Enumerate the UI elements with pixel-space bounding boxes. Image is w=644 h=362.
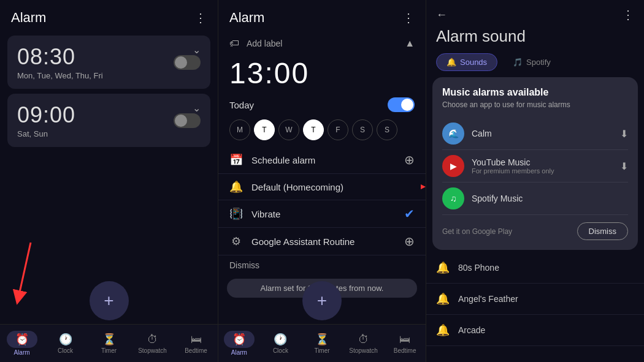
popup-dismiss-btn[interactable]: Dismiss xyxy=(577,222,629,240)
alarm-detail: 🏷 Add label ▲ 13:00 Today M T W T F S S … xyxy=(218,31,426,304)
calm-download[interactable]: ⬇ xyxy=(620,128,628,140)
day-F[interactable]: F xyxy=(328,119,348,140)
sound-name-2: Angel's Feather xyxy=(458,294,518,304)
nav-timer-mid[interactable]: ⏳ Timer xyxy=(301,333,343,354)
mid-fab-icon: + xyxy=(317,291,327,311)
alarm-list: ⌄ 08:30 Mon, Tue, Wed, Thu, Fri ⌄ 09:00 … xyxy=(0,31,218,157)
red-arrow-mid xyxy=(421,179,426,194)
vibrate-label: Vibrate xyxy=(251,209,404,219)
schedule-add[interactable]: ⊕ xyxy=(404,153,415,167)
tab-spotify[interactable]: 🎵 Spotify xyxy=(502,53,561,71)
red-arrow-left xyxy=(6,236,43,310)
day-T1[interactable]: T xyxy=(254,119,275,140)
stopwatch-nav-label-mid: Stopwatch xyxy=(349,347,378,354)
app-row-spotify[interactable]: ♫ Spotify Music xyxy=(442,183,628,215)
calm-name: Calm xyxy=(472,129,620,138)
vibrate-row[interactable]: 📳 Vibrate ✔ xyxy=(218,200,426,228)
right-menu-icon[interactable]: ⋮ xyxy=(622,7,634,22)
day-S2[interactable]: S xyxy=(377,119,397,140)
sound-row-80s[interactable]: 🔔 80s Phone xyxy=(426,252,644,284)
timer-nav-label-mid: Timer xyxy=(314,347,329,354)
default-sound-text: Default (Homecoming) xyxy=(251,182,415,192)
sound-row-angel[interactable]: 🔔 Angel's Feather xyxy=(426,284,644,315)
assistant-icon: ⚙ xyxy=(229,235,243,248)
right-header: ← ⋮ xyxy=(426,0,644,25)
alarm-card-1[interactable]: ⌄ 08:30 Mon, Tue, Wed, Thu, Fri xyxy=(7,36,210,89)
sound-name-3: Arcade xyxy=(458,325,485,335)
nav-clock-mid[interactable]: 🕐 Clock xyxy=(260,333,302,354)
nav-alarm-left[interactable]: ⏰ Alarm xyxy=(0,331,44,356)
middle-panel: Alarm ⋮ 🏷 Add label ▲ 13:00 Today M T W … xyxy=(218,0,426,362)
tab-row: 🔔 Sounds 🎵 Spotify xyxy=(426,53,644,77)
day-T2[interactable]: T xyxy=(303,119,324,140)
alarm-days-1: Mon, Tue, Wed, Thu, Fri xyxy=(17,71,201,80)
sound-bell-3: 🔔 xyxy=(436,323,450,337)
add-label-row[interactable]: 🏷 Add label ▲ xyxy=(218,33,426,54)
bedtime-nav-label-mid: Bedtime xyxy=(394,347,416,354)
clock-nav-icon-left: 🕐 xyxy=(59,333,72,346)
mid-menu-icon[interactable]: ⋮ xyxy=(402,10,415,25)
alarm-days-2: Sat, Sun xyxy=(17,129,201,138)
today-row: Today xyxy=(218,95,426,117)
music-popup: Music alarms available Choose an app to … xyxy=(432,77,638,250)
bell-icon: 🔔 xyxy=(229,180,243,194)
day-S1[interactable]: S xyxy=(352,119,373,140)
nav-bedtime-left[interactable]: 🛏 Bedtime xyxy=(174,333,218,354)
sound-bell-1: 🔔 xyxy=(436,261,450,274)
back-icon[interactable]: ← xyxy=(436,9,447,21)
nav-clock-left[interactable]: 🕐 Clock xyxy=(44,333,87,354)
nav-alarm-mid[interactable]: ⏰ Alarm xyxy=(218,331,260,356)
right-panel: ← ⋮ Alarm sound 🔔 Sounds 🎵 Spotify Music… xyxy=(426,0,644,362)
schedule-row[interactable]: 📅 Schedule alarm ⊕ xyxy=(218,146,426,174)
sound-list: 🔔 80s Phone 🔔 Angel's Feather 🔔 Arcade xyxy=(426,250,644,349)
chevron-2[interactable]: ⌄ xyxy=(193,102,201,114)
spotify-icon: ♫ xyxy=(442,187,464,209)
mid-title: Alarm xyxy=(229,10,264,26)
nav-stopwatch-left[interactable]: ⏱ Stopwatch xyxy=(131,333,174,354)
day-M[interactable]: M xyxy=(229,119,250,140)
nav-bedtime-mid[interactable]: 🛏 Bedtime xyxy=(384,333,426,354)
today-label: Today xyxy=(229,100,388,110)
left-header: Alarm ⋮ xyxy=(0,0,218,31)
left-panel: Alarm ⋮ ⌄ 08:30 Mon, Tue, Wed, Thu, Fri … xyxy=(0,0,218,362)
alarm-time-2: 09:00 xyxy=(17,102,201,128)
tab-sounds[interactable]: 🔔 Sounds xyxy=(436,53,497,71)
assistant-row[interactable]: ⚙ Google Assistant Routine ⊕ xyxy=(218,228,426,255)
app-row-yt[interactable]: ▶ YouTube Music For premium members only… xyxy=(442,150,628,183)
default-sound-row[interactable]: 🔔 Default (Homecoming) xyxy=(218,174,426,200)
dismiss-link[interactable]: Dismiss xyxy=(218,255,426,275)
left-fab[interactable]: + xyxy=(90,281,129,320)
yt-name: YouTube Music xyxy=(472,157,620,167)
today-toggle[interactable] xyxy=(388,97,415,112)
sounds-tab-icon: 🔔 xyxy=(447,58,456,67)
nav-timer-left[interactable]: ⏳ Timer xyxy=(87,333,131,354)
stopwatch-nav-icon-left: ⏱ xyxy=(147,333,158,346)
mid-bottom-nav: ⏰ Alarm 🕐 Clock ⏳ Timer ⏱ Stopwatch 🛏 Be… xyxy=(218,324,426,362)
nav-stopwatch-mid[interactable]: ⏱ Stopwatch xyxy=(343,333,385,354)
collapse-icon[interactable]: ▲ xyxy=(405,38,415,49)
bedtime-nav-icon-left: 🛏 xyxy=(191,333,202,346)
alarm-big-time: 13:00 xyxy=(218,54,426,95)
left-title: Alarm xyxy=(11,10,46,26)
left-menu-icon[interactable]: ⋮ xyxy=(194,10,207,25)
alarm-card-2[interactable]: ⌄ 09:00 Sat, Sun xyxy=(7,94,210,147)
mid-fab[interactable]: + xyxy=(302,281,342,320)
alarm-toggle-2[interactable] xyxy=(174,113,201,128)
spotify-name: Spotify Music xyxy=(472,194,628,203)
day-W[interactable]: W xyxy=(278,119,299,140)
left-bottom-nav: ⏰ Alarm 🕐 Clock ⏳ Timer ⏱ Stopwatch 🛏 Be… xyxy=(0,324,218,362)
chevron-1[interactable]: ⌄ xyxy=(193,44,201,56)
vibrate-check[interactable]: ✔ xyxy=(404,206,415,221)
clock-nav-label-left: Clock xyxy=(58,347,73,354)
vibrate-icon: 📳 xyxy=(229,207,243,221)
alarm-sound-title: Alarm sound xyxy=(426,25,644,53)
assistant-label: Google Assistant Routine xyxy=(251,236,404,247)
assistant-add[interactable]: ⊕ xyxy=(404,234,415,249)
alarm-toggle-1[interactable] xyxy=(174,55,201,70)
timer-nav-icon-left: ⏳ xyxy=(102,333,116,346)
app-row-calm[interactable]: 🌊 Calm ⬇ xyxy=(442,118,628,150)
left-fab-icon: + xyxy=(104,291,113,311)
yt-download[interactable]: ⬇ xyxy=(620,160,628,172)
sound-row-arcade[interactable]: 🔔 Arcade xyxy=(426,315,644,346)
stopwatch-nav-icon-mid: ⏱ xyxy=(358,333,369,346)
